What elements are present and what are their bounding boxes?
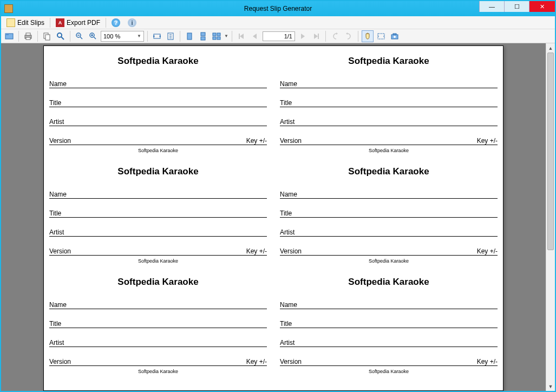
document-viewer[interactable]: Softpedia Karaoke Name Title Artist Vers… bbox=[1, 43, 546, 391]
history-forward-button[interactable] bbox=[343, 30, 355, 42]
info-icon: i bbox=[128, 18, 136, 27]
separator bbox=[232, 31, 232, 42]
help-icon: ? bbox=[112, 18, 120, 27]
first-page-button[interactable] bbox=[236, 30, 247, 42]
copy-button[interactable] bbox=[41, 30, 53, 42]
slip-field-artist: Artist bbox=[280, 112, 498, 126]
slip-footer: Softpedia Karaoke bbox=[49, 148, 267, 153]
svg-rect-1 bbox=[5, 34, 9, 35]
open-button[interactable] bbox=[3, 30, 15, 42]
next-page-button[interactable] bbox=[297, 30, 309, 42]
slip-footer: Softpedia Karaoke bbox=[49, 258, 267, 264]
slip-field-title: Title bbox=[280, 93, 498, 107]
history-back-button[interactable] bbox=[329, 30, 341, 42]
export-pdf-label: Export PDF bbox=[67, 19, 100, 27]
slip-field-version-key: VersionKey +/- bbox=[280, 352, 498, 366]
multi-page-button[interactable] bbox=[211, 30, 223, 42]
prev-page-button[interactable] bbox=[249, 30, 261, 42]
slip-field-version-key: VersionKey +/- bbox=[280, 241, 498, 256]
scroll-track[interactable] bbox=[546, 53, 555, 382]
last-page-button[interactable] bbox=[310, 30, 322, 42]
window-titlebar: Request Slip Generator — ☐ ✕ bbox=[1, 1, 555, 16]
slip-footer: Softpedia Karaoke bbox=[280, 369, 498, 374]
slip-footer: Softpedia Karaoke bbox=[280, 148, 498, 153]
svg-rect-22 bbox=[217, 33, 220, 36]
svg-rect-25 bbox=[239, 34, 240, 39]
slip-footer: Softpedia Karaoke bbox=[280, 258, 498, 264]
snapshot-button[interactable] bbox=[389, 30, 401, 42]
single-page-button[interactable] bbox=[184, 30, 195, 42]
about-button[interactable]: i bbox=[125, 17, 140, 28]
chevron-down-icon: ▼ bbox=[137, 34, 141, 38]
vertical-scrollbar[interactable]: ▲ ▼ bbox=[546, 43, 555, 391]
edit-slips-button[interactable]: Edit Slips bbox=[3, 17, 48, 28]
request-slip: Softpedia Karaoke Name Title Artist Vers… bbox=[280, 272, 498, 375]
separator bbox=[180, 31, 180, 42]
slip-field-title: Title bbox=[49, 93, 267, 107]
separator bbox=[358, 31, 358, 42]
viewer-container: Softpedia Karaoke Name Title Artist Vers… bbox=[1, 43, 555, 391]
svg-rect-18 bbox=[187, 33, 192, 40]
slip-field-title: Title bbox=[280, 204, 498, 218]
continuous-button[interactable] bbox=[197, 30, 209, 42]
svg-line-15 bbox=[94, 37, 96, 39]
svg-rect-30 bbox=[393, 34, 396, 35]
slip-field-name: Name bbox=[280, 185, 498, 199]
slip-field-name: Name bbox=[49, 74, 267, 88]
fit-page-button[interactable] bbox=[165, 30, 176, 42]
svg-line-11 bbox=[80, 37, 82, 39]
slip-field-artist: Artist bbox=[280, 223, 498, 237]
separator bbox=[106, 18, 106, 28]
close-button[interactable]: ✕ bbox=[529, 1, 555, 12]
scroll-up-arrow[interactable]: ▲ bbox=[546, 43, 555, 53]
svg-rect-6 bbox=[45, 35, 50, 40]
svg-rect-26 bbox=[318, 34, 319, 39]
pdf-icon: A bbox=[56, 18, 64, 27]
find-button[interactable] bbox=[55, 30, 67, 42]
hand-tool-button[interactable] bbox=[362, 30, 374, 42]
slip-heading: Softpedia Karaoke bbox=[280, 166, 498, 177]
chevron-down-icon[interactable]: ▼ bbox=[224, 34, 228, 38]
zoom-level-select[interactable]: 100 % ▼ bbox=[101, 31, 144, 42]
svg-line-8 bbox=[61, 37, 64, 40]
svg-rect-4 bbox=[26, 37, 30, 40]
minimize-button[interactable]: — bbox=[479, 1, 504, 12]
slip-field-title: Title bbox=[49, 204, 267, 218]
scroll-thumb[interactable] bbox=[547, 53, 554, 250]
maximize-button[interactable]: ☐ bbox=[504, 1, 529, 12]
separator bbox=[147, 31, 148, 42]
separator bbox=[70, 31, 70, 42]
slip-field-name: Name bbox=[280, 74, 498, 88]
fit-width-button[interactable] bbox=[151, 30, 163, 42]
slip-field-version-key: VersionKey +/- bbox=[49, 352, 267, 366]
separator bbox=[50, 18, 50, 28]
zoom-out-button[interactable] bbox=[74, 30, 86, 42]
zoom-in-button[interactable] bbox=[87, 30, 99, 42]
svg-point-29 bbox=[394, 36, 396, 38]
window-title: Request Slip Generator bbox=[1, 5, 555, 12]
page-indicator: 1/1 bbox=[284, 33, 292, 40]
help-button[interactable]: ? bbox=[108, 17, 123, 28]
svg-rect-20 bbox=[201, 37, 205, 40]
edit-slips-icon bbox=[6, 18, 15, 27]
slip-field-name: Name bbox=[280, 295, 498, 309]
slip-field-title: Title bbox=[49, 314, 267, 328]
slip-field-title: Title bbox=[280, 314, 498, 328]
request-slip: Softpedia Karaoke Name Title Artist Vers… bbox=[49, 272, 267, 375]
zoom-level-value: 100 % bbox=[103, 33, 120, 40]
request-slip: Softpedia Karaoke Name Title Artist Vers… bbox=[49, 162, 267, 265]
request-slip: Softpedia Karaoke Name Title Artist Vers… bbox=[280, 162, 498, 265]
page-number-input[interactable]: 1/1 bbox=[263, 31, 295, 41]
document-page: Softpedia Karaoke Name Title Artist Vers… bbox=[43, 45, 503, 391]
select-tool-button[interactable] bbox=[375, 30, 387, 42]
slip-field-name: Name bbox=[49, 295, 267, 309]
menubar: Edit Slips A Export PDF ? i bbox=[1, 16, 555, 29]
slip-field-artist: Artist bbox=[49, 223, 267, 237]
slip-heading: Softpedia Karaoke bbox=[280, 277, 498, 288]
export-pdf-button[interactable]: A Export PDF bbox=[53, 17, 103, 28]
print-button[interactable] bbox=[22, 30, 34, 42]
slip-field-version-key: VersionKey +/- bbox=[280, 131, 498, 145]
scroll-down-arrow[interactable]: ▼ bbox=[546, 382, 555, 391]
request-slip: Softpedia Karaoke Name Title Artist Vers… bbox=[280, 51, 498, 154]
slip-field-artist: Artist bbox=[49, 112, 267, 126]
